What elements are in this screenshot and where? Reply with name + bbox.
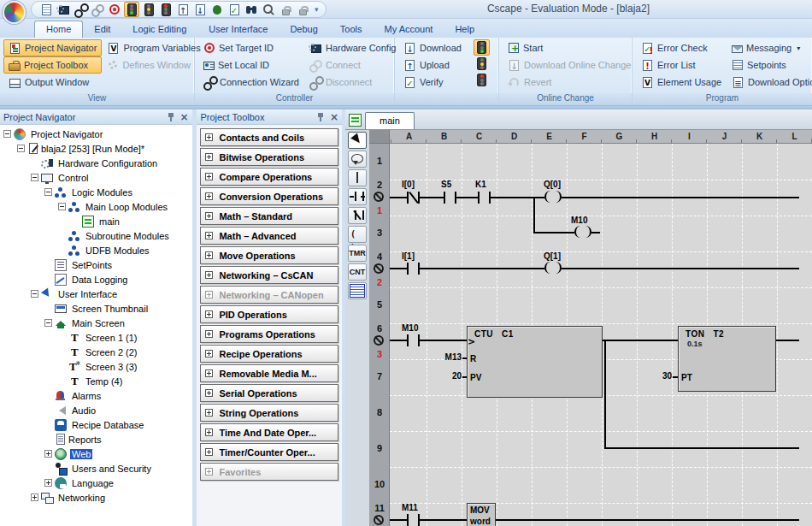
toolbox-item[interactable]: Contacts and Coils	[200, 128, 338, 146]
contact-nc[interactable]	[407, 192, 420, 204]
tree-item[interactable]: User Interface	[0, 287, 192, 301]
download-button[interactable]: Download	[398, 39, 474, 56]
tree-item[interactable]: Control	[0, 170, 192, 185]
tree-item[interactable]: Subroutine Modules	[0, 228, 192, 243]
tree-item[interactable]: Screen 3 (3)	[0, 359, 192, 374]
stop-mode-button[interactable]	[474, 72, 490, 88]
traffic-light-yellow-icon[interactable]	[141, 2, 156, 17]
toolbox-item[interactable]: Bitwise Operations	[200, 148, 338, 166]
ton-function-block[interactable]: TONT2 0.1s PT	[678, 326, 776, 392]
tree-item[interactable]: Main Screen	[0, 316, 192, 330]
toolbox-item[interactable]: Removable Media M...	[200, 364, 338, 382]
select-cursor-icon[interactable]	[348, 132, 367, 149]
expand-icon[interactable]	[31, 493, 38, 501]
close-icon[interactable]: ×	[180, 112, 189, 122]
coil[interactable]	[544, 262, 562, 275]
tree-item[interactable]: UDFB Modules	[0, 243, 192, 257]
toolbox-item[interactable]: Timer/Counter Oper...	[200, 443, 338, 461]
download-options-button[interactable]: Download Options	[727, 74, 812, 91]
expand-icon[interactable]	[44, 479, 52, 487]
tree-item[interactable]: Recipe Database	[0, 417, 192, 432]
tab-logic-editing[interactable]: Logic Editing	[121, 21, 197, 38]
coil-icon[interactable]	[348, 226, 367, 243]
upload-icon[interactable]	[175, 2, 191, 17]
collapse-icon[interactable]	[17, 145, 25, 152]
collapse-icon[interactable]	[44, 188, 52, 196]
tab-user-interface[interactable]: User Interface	[197, 21, 279, 38]
tab-main[interactable]: main	[365, 112, 415, 129]
debug-icon[interactable]	[209, 2, 225, 17]
messaging-button[interactable]: Messaging▾	[727, 39, 812, 56]
toolbox-item[interactable]: Recipe Operations	[200, 345, 338, 363]
toolbox-item[interactable]: PID Operations	[200, 305, 338, 323]
tab-home[interactable]: Home	[34, 21, 83, 38]
program-variables-button[interactable]: Program Variables	[102, 39, 205, 56]
grid-view-icon[interactable]	[348, 282, 367, 299]
run-mode-button[interactable]	[474, 39, 490, 56]
toolbox-item[interactable]: Compare Operations	[200, 168, 338, 186]
coil[interactable]	[574, 226, 591, 239]
project-navigator-button[interactable]: Project Navigator	[3, 39, 102, 56]
verify-icon[interactable]	[227, 2, 242, 17]
tree-item-web-selected[interactable]: Web	[0, 446, 192, 461]
tree-item[interactable]: Screen Thumbnail	[0, 301, 192, 316]
tree-item[interactable]: Logic Modules	[0, 185, 192, 199]
mov-function-block[interactable]: MOV word	[467, 503, 496, 526]
traffic-light-red-icon[interactable]	[158, 2, 174, 17]
tree-item[interactable]: Audio	[0, 403, 192, 417]
start-online-change-button[interactable]: Start	[503, 39, 636, 56]
element-usage-button[interactable]: Element Usage	[636, 74, 727, 91]
error-list-button[interactable]: Error List	[636, 56, 727, 74]
tree-item[interactable]: Data Logging	[0, 272, 192, 287]
contact-no[interactable]	[407, 263, 420, 275]
setpoints-button[interactable]: Setpoints	[727, 56, 812, 74]
tree-item[interactable]: Temp (4)	[0, 374, 192, 388]
download-icon[interactable]	[192, 2, 208, 17]
lock-icon[interactable]	[295, 2, 310, 17]
connection-wizard-button[interactable]: Connection Wizard	[198, 74, 304, 91]
set-local-id-button[interactable]: Set Local ID	[198, 56, 304, 74]
tree-item[interactable]: Alarms	[0, 388, 192, 403]
contact-no[interactable]	[407, 334, 420, 346]
tree-item[interactable]: Project Navigator	[0, 127, 192, 141]
collapse-icon[interactable]	[44, 319, 52, 327]
toolbox-item[interactable]: String Operations	[200, 404, 338, 422]
output-window-button[interactable]: Output Window	[3, 74, 102, 91]
clipboard-icon[interactable]	[38, 2, 54, 17]
connect-icon[interactable]	[90, 2, 105, 17]
tree-item[interactable]: main	[0, 214, 192, 228]
lock-icon[interactable]	[278, 2, 293, 17]
contact-no-icon[interactable]	[348, 188, 367, 205]
tree-item[interactable]: Hardware Configuration	[0, 156, 192, 170]
search-icon[interactable]	[261, 2, 276, 17]
tree-item[interactable]: Screen 1 (1)	[0, 330, 192, 345]
binoculars-icon[interactable]	[244, 2, 259, 17]
hardware-config-button[interactable]: Hardware Config	[304, 39, 402, 56]
vertical-link-icon[interactable]	[348, 169, 367, 186]
contact-nc-icon[interactable]	[348, 207, 367, 224]
toolbox-item[interactable]: Move Operations	[200, 246, 338, 264]
qat-overflow-icon[interactable]: ▾	[315, 5, 319, 14]
tree-item[interactable]: Main Loop Modules	[0, 199, 192, 214]
contact-no[interactable]	[478, 192, 491, 204]
tab-debug[interactable]: Debug	[279, 21, 328, 38]
comment-icon[interactable]	[348, 151, 367, 168]
toolbox-item[interactable]: Math – Standard	[200, 207, 338, 225]
app-logo-icon[interactable]	[3, 1, 26, 24]
collapse-icon[interactable]	[3, 130, 11, 138]
toolbox-item[interactable]: Math – Advanced	[200, 227, 338, 245]
expand-icon[interactable]	[44, 450, 52, 458]
toolbox-item[interactable]: Programs Operations	[200, 325, 338, 343]
tree-item[interactable]: Users and Security	[0, 461, 192, 476]
contact-no[interactable]	[444, 192, 456, 204]
contact-no[interactable]	[407, 514, 420, 526]
toolbox-item[interactable]: Serial Operations	[200, 384, 338, 402]
ctu-function-block[interactable]: CTUC1 R PV	[467, 326, 603, 398]
tree-item[interactable]: SetPoints	[0, 257, 192, 272]
tree-item[interactable]: Screen 2 (2)	[0, 345, 192, 359]
close-icon[interactable]: ×	[330, 112, 338, 122]
pin-icon[interactable]	[167, 112, 175, 122]
set-target-id-button[interactable]: Set Target ID	[198, 39, 304, 56]
toolbox-item[interactable]: Time And Date Oper...	[200, 423, 338, 441]
upload-button[interactable]: Upload	[398, 56, 474, 74]
